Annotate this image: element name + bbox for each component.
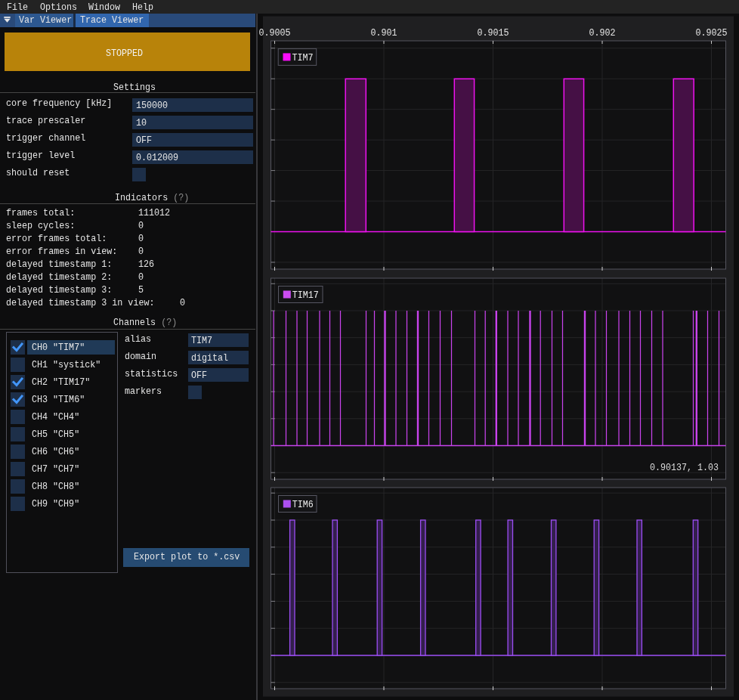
svg-text:TIM6: TIM6 [292, 499, 314, 511]
svg-text:0.901: 0.901 [370, 27, 397, 39]
svg-text:0.9005: 0.9005 [258, 27, 290, 39]
svg-text:0.9025: 0.9025 [695, 27, 727, 39]
svg-text:0.902: 0.902 [589, 27, 615, 39]
svg-text:TIM7: TIM7 [292, 52, 314, 64]
svg-text:0.90137, 1.03: 0.90137, 1.03 [650, 462, 719, 474]
svg-text:TIM17: TIM17 [292, 290, 319, 302]
svg-text:0.9015: 0.9015 [477, 27, 509, 39]
